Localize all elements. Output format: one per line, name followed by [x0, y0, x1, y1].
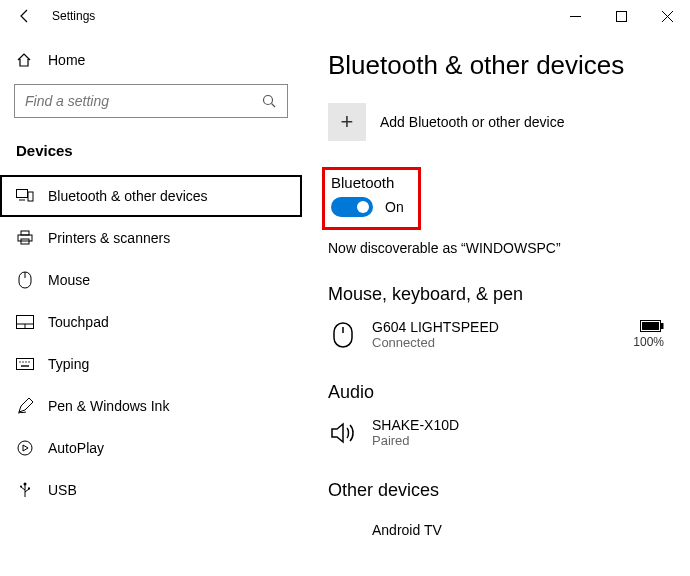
svg-rect-30 [661, 323, 664, 329]
svg-point-17 [22, 361, 23, 362]
add-device-button[interactable]: + Add Bluetooth or other device [328, 103, 664, 141]
sidebar-item-label: Mouse [48, 272, 90, 288]
section-other-title: Other devices [328, 480, 664, 501]
maximize-button[interactable] [598, 1, 644, 31]
device-name: G604 LIGHTSPEED [372, 319, 633, 335]
home-label: Home [48, 52, 85, 68]
keyboard-icon [16, 355, 34, 373]
sidebar-item-label: Touchpad [48, 314, 109, 330]
search-field[interactable] [25, 93, 261, 109]
device-status: Connected [372, 335, 633, 350]
battery-percent: 100% [633, 335, 664, 349]
printer-icon [16, 229, 34, 247]
main-content: Bluetooth & other devices + Add Bluetoot… [302, 32, 690, 576]
sidebar-item-autoplay[interactable]: AutoPlay [0, 427, 302, 469]
usb-icon [16, 481, 34, 499]
home-icon [16, 52, 34, 68]
svg-rect-1 [616, 11, 626, 21]
svg-rect-29 [642, 322, 659, 330]
sidebar-item-printers[interactable]: Printers & scanners [0, 217, 302, 259]
sidebar-section-label: Devices [0, 132, 302, 175]
sidebar: Home Devices Bluetooth & other devices [0, 32, 302, 576]
sidebar-item-typing[interactable]: Typing [0, 343, 302, 385]
sidebar-item-label: Printers & scanners [48, 230, 170, 246]
bluetooth-toggle-block: Bluetooth On [322, 167, 421, 230]
titlebar: Settings [0, 0, 690, 32]
battery-status: 100% [633, 320, 664, 349]
sidebar-item-label: Pen & Windows Ink [48, 398, 169, 414]
mouse-icon [16, 271, 34, 289]
back-button[interactable] [14, 5, 36, 27]
svg-rect-15 [17, 359, 34, 370]
sidebar-item-label: USB [48, 482, 77, 498]
bluetooth-toggle[interactable] [331, 197, 373, 217]
search-input[interactable] [14, 84, 288, 118]
sidebar-item-label: Typing [48, 356, 89, 372]
touchpad-icon [16, 313, 34, 331]
search-icon [261, 93, 277, 109]
device-row-other[interactable]: Android TV [328, 511, 664, 559]
home-link[interactable]: Home [0, 42, 302, 78]
sidebar-item-bluetooth[interactable]: Bluetooth & other devices [0, 175, 302, 217]
svg-point-18 [25, 361, 26, 362]
sidebar-item-mouse[interactable]: Mouse [0, 259, 302, 301]
discoverable-text: Now discoverable as “WINDOWSPC” [328, 240, 664, 256]
device-icon [328, 515, 358, 545]
sidebar-item-label: AutoPlay [48, 440, 104, 456]
device-name: Android TV [372, 522, 664, 538]
add-device-label: Add Bluetooth or other device [380, 114, 564, 130]
svg-rect-25 [28, 488, 30, 490]
page-title: Bluetooth & other devices [328, 50, 664, 81]
autoplay-icon [16, 439, 34, 457]
svg-rect-8 [18, 235, 32, 241]
bluetooth-label: Bluetooth [331, 174, 404, 191]
device-row-audio[interactable]: SHAKE-X10D Paired [328, 413, 664, 462]
pen-icon [16, 397, 34, 415]
window-title: Settings [52, 9, 95, 23]
svg-point-24 [20, 486, 22, 488]
sidebar-item-touchpad[interactable]: Touchpad [0, 301, 302, 343]
speaker-icon [328, 418, 358, 448]
svg-point-16 [19, 361, 20, 362]
device-row-mouse[interactable]: G604 LIGHTSPEED Connected 100% [328, 315, 664, 364]
svg-rect-26 [334, 323, 352, 347]
svg-line-3 [272, 104, 276, 108]
plus-icon: + [328, 103, 366, 141]
svg-rect-4 [17, 190, 28, 198]
close-button[interactable] [644, 1, 690, 31]
toggle-state: On [385, 199, 404, 215]
section-mouse-title: Mouse, keyboard, & pen [328, 284, 664, 305]
battery-icon [640, 320, 664, 332]
sidebar-item-usb[interactable]: USB [0, 469, 302, 511]
section-audio-title: Audio [328, 382, 664, 403]
svg-rect-6 [28, 192, 33, 201]
minimize-button[interactable] [552, 1, 598, 31]
svg-rect-7 [21, 231, 29, 235]
devices-icon [16, 187, 34, 205]
svg-point-21 [18, 441, 32, 455]
device-status: Paired [372, 433, 664, 448]
sidebar-item-label: Bluetooth & other devices [48, 188, 208, 204]
svg-point-2 [264, 96, 273, 105]
mouse-device-icon [328, 320, 358, 350]
device-name: SHAKE-X10D [372, 417, 664, 433]
svg-point-19 [28, 361, 29, 362]
sidebar-item-pen[interactable]: Pen & Windows Ink [0, 385, 302, 427]
